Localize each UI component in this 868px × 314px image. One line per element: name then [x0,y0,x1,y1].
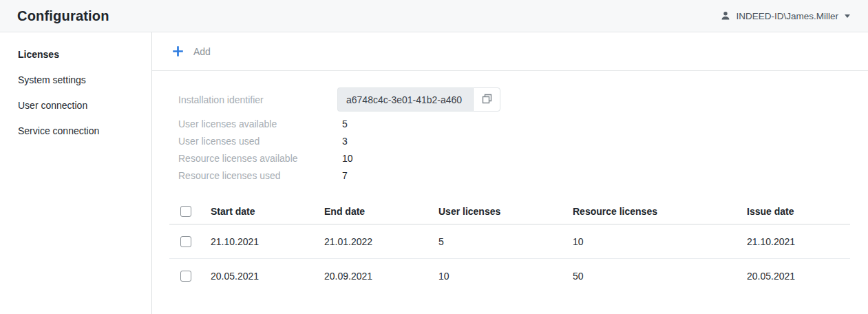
row-checkbox-cell [169,236,211,247]
stat-user-licenses-used: User licenses used 3 [178,132,868,149]
stat-label: Resource licenses used [178,170,337,181]
installation-identifier-input[interactable] [337,87,473,112]
toolbar: Add [152,32,868,71]
row-checkbox-cell [169,271,211,282]
copy-button[interactable] [473,87,500,112]
stat-resource-licenses-available: Resource licenses available 10 [178,149,868,167]
table-row: 20.05.2021 20.09.2021 10 50 20.05.2021 [169,259,850,293]
column-header-user-licenses: User licenses [438,206,573,217]
row-select-checkbox[interactable] [180,236,191,247]
sidebar: Licenses System settings User connection… [0,32,152,314]
stat-value: 7 [337,170,348,181]
plus-icon [171,45,184,58]
stat-resource-licenses-used: Resource licenses used 7 [178,167,868,184]
cell-end-date: 20.09.2021 [324,271,438,282]
table-header-row: Start date End date User licenses Resour… [169,199,850,224]
stat-user-licenses-available: User licenses available 5 [178,115,868,132]
cell-end-date: 21.01.2022 [324,236,438,247]
column-header-end-date: End date [324,206,438,217]
stat-value: 3 [337,136,348,147]
user-icon [720,10,731,21]
stat-label: User licenses available [178,118,337,129]
cell-issue-date: 20.05.2021 [747,271,850,282]
sidebar-item-service-connection[interactable]: Service connection [0,124,151,138]
installation-identifier-label: Installation identifier [178,94,337,105]
column-header-start-date: Start date [211,206,324,217]
installation-identifier-row: Installation identifier [178,87,868,112]
content-area: Licenses System settings User connection… [0,32,868,314]
table-row: 21.10.2021 21.01.2022 5 10 21.10.2021 [169,224,850,259]
row-select-checkbox[interactable] [180,271,191,282]
license-details: Installation identifier [152,71,868,184]
sidebar-item-licenses[interactable]: Licenses [0,48,151,61]
cell-start-date: 20.05.2021 [211,271,324,282]
cell-resource-licenses: 50 [573,271,747,282]
copy-icon [482,94,492,106]
sidebar-item-user-connection[interactable]: User connection [0,98,151,112]
stat-value: 10 [337,153,353,164]
page-title: Configuration [17,8,109,24]
cell-user-licenses: 5 [438,236,573,247]
header-checkbox-cell [169,206,211,217]
cell-resource-licenses: 10 [573,236,747,247]
stat-label: User licenses used [178,136,337,147]
main-panel: Add Installation identifier [152,32,868,314]
app-header: Configuration INDEED-ID\James.Miller [0,0,868,32]
cell-issue-date: 21.10.2021 [747,236,850,247]
licenses-table: Start date End date User licenses Resour… [169,199,850,293]
select-all-checkbox[interactable] [180,206,191,217]
column-header-issue-date: Issue date [747,206,850,217]
sidebar-item-system-settings[interactable]: System settings [0,73,151,87]
chevron-down-icon [845,14,850,18]
app-window: Configuration INDEED-ID\James.Miller Lic… [0,0,868,314]
user-menu[interactable]: INDEED-ID\James.Miller [720,10,850,21]
installation-identifier-group [337,87,500,112]
stat-value: 5 [337,118,348,129]
cell-user-licenses: 10 [438,271,573,282]
stat-label: Resource licenses available [178,153,337,164]
add-button[interactable]: Add [171,45,211,58]
cell-start-date: 21.10.2021 [211,236,324,247]
user-name: INDEED-ID\James.Miller [736,11,838,21]
add-button-label: Add [193,46,211,57]
column-header-resource-licenses: Resource licenses [573,206,747,217]
